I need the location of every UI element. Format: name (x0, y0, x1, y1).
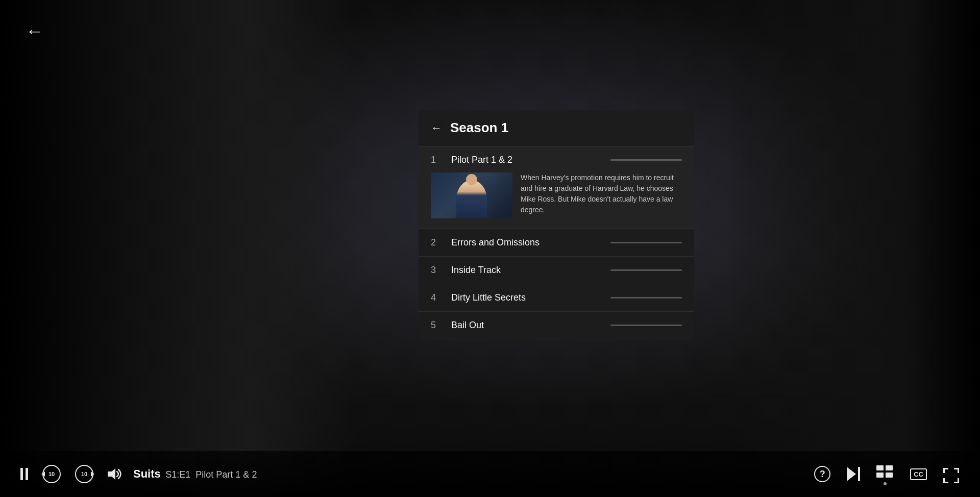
fs-corner-br (954, 478, 959, 483)
episode-item-3[interactable]: 3 Inside Track (419, 257, 694, 284)
pause-bar-1 (20, 468, 23, 480)
episode-progress-bar-5 (610, 325, 682, 326)
curtain-right (725, 0, 980, 497)
episode-panel: ← Season 1 1 Pilot Part 1 & 2 When Harve… (419, 110, 694, 339)
help-button[interactable]: ? (814, 466, 830, 482)
episode-description-1: When Harvey's promotion requires him to … (521, 172, 682, 218)
next-icon (847, 467, 860, 481)
next-bar (858, 467, 860, 481)
fs-corner-tr (954, 468, 959, 473)
episode-number-3: 3 (431, 265, 445, 276)
svg-marker-0 (108, 468, 115, 480)
svg-rect-3 (876, 473, 884, 478)
fullscreen-button[interactable] (943, 468, 960, 480)
svg-rect-1 (876, 465, 884, 470)
forward-arrow (91, 471, 94, 477)
forward-number: 10 (81, 471, 87, 477)
title-info: Suits S1:E1 Pilot Part 1 & 2 (133, 467, 257, 481)
episode-item-1[interactable]: 1 Pilot Part 1 & 2 When Harvey's promoti… (419, 146, 694, 229)
back-button-top[interactable]: ← (26, 20, 44, 42)
panel-title: Season 1 (450, 120, 508, 136)
episode-title-4: Dirty Little Secrets (451, 292, 604, 303)
rewind-circle: 10 (42, 465, 61, 483)
episodes-grid-icon (876, 465, 894, 480)
fs-corner-tl (943, 468, 948, 473)
forward-circle: 10 (75, 465, 93, 483)
episode-number-5: 5 (431, 320, 445, 331)
thumbnail-head (466, 174, 477, 185)
forward-icon: 10 (75, 465, 93, 483)
episode-thumbnail-1 (431, 172, 512, 218)
episode-list: 1 Pilot Part 1 & 2 When Harvey's promoti… (419, 146, 694, 339)
svg-rect-4 (886, 473, 893, 478)
episode-expanded-content-1: When Harvey's promotion requires him to … (431, 172, 682, 218)
svg-rect-2 (886, 465, 893, 470)
episode-title-5: Bail Out (451, 320, 604, 331)
episode-row-3: 3 Inside Track (431, 265, 682, 276)
volume-button[interactable] (108, 467, 123, 481)
control-right: ? CC (814, 465, 960, 483)
episode-title-3: Inside Track (451, 265, 604, 276)
show-title: Suits (133, 467, 161, 480)
episode-row-4: 4 Dirty Little Secrets (431, 292, 682, 303)
control-left: 10 10 (20, 465, 123, 483)
episode-number-2: 2 (431, 237, 445, 248)
episode-progress-bar-3 (610, 269, 682, 271)
episode-item-4[interactable]: 4 Dirty Little Secrets (419, 284, 694, 312)
pause-button[interactable] (20, 468, 28, 480)
cc-icon: CC (910, 468, 927, 480)
episode-row-1: 1 Pilot Part 1 & 2 (431, 155, 682, 165)
curtain-left (0, 0, 357, 497)
episode-progress-bar-1 (610, 159, 682, 161)
episode-code: S1:E1 Pilot Part 1 & 2 (163, 469, 257, 480)
episode-item-5[interactable]: 5 Bail Out (419, 312, 694, 339)
thumbnail-figure (456, 180, 487, 218)
next-triangle (847, 467, 856, 481)
control-bar: 10 10 Suits S1: (0, 451, 980, 497)
rewind-number: 10 (48, 471, 55, 477)
pause-icon (20, 468, 28, 480)
episode-number-4: 4 (431, 292, 445, 303)
episode-progress-bar-2 (610, 242, 682, 243)
episode-row-2: 2 Errors and Omissions (431, 237, 682, 248)
forward-button[interactable]: 10 (75, 465, 93, 483)
rewind-icon: 10 (42, 465, 61, 483)
panel-back-arrow[interactable]: ← (431, 121, 442, 135)
episode-title-2: Errors and Omissions (451, 237, 604, 248)
episode-number-1: 1 (431, 155, 445, 165)
subtitles-button[interactable]: CC (910, 468, 927, 480)
volume-icon (108, 467, 123, 481)
fullscreen-icon (943, 468, 960, 480)
episode-title-1: Pilot Part 1 & 2 (451, 155, 604, 165)
pause-bar-2 (26, 468, 28, 480)
episodes-button[interactable] (876, 465, 894, 483)
rewind-button[interactable]: 10 (42, 465, 61, 483)
fs-corner-bl (943, 478, 948, 483)
next-episode-button[interactable] (847, 467, 860, 481)
panel-header: ← Season 1 (419, 110, 694, 146)
episode-item-2[interactable]: 2 Errors and Omissions (419, 229, 694, 257)
episode-progress-bar-4 (610, 297, 682, 299)
rewind-arrow (41, 471, 45, 477)
episode-row-5: 5 Bail Out (431, 320, 682, 331)
